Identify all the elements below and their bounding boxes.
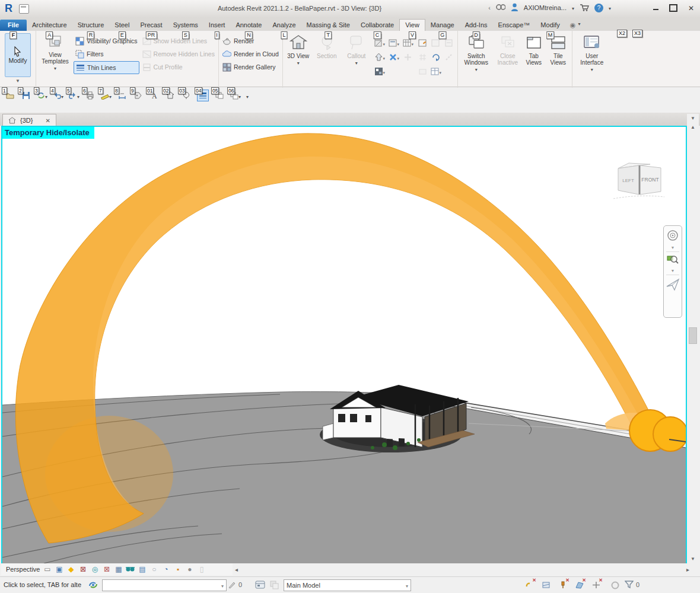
render-in-cloud-button[interactable]: Render in Cloud — [221, 48, 281, 60]
visual-style-icon[interactable]: ◆ — [66, 565, 75, 574]
tab-steel[interactable]: SteelE — [109, 20, 135, 31]
hscroll-left-arrow[interactable]: ◂ — [235, 566, 238, 573]
account-name[interactable]: AXIOMtreina... — [524, 4, 567, 11]
select-by-face-toggle[interactable]: ✕ — [574, 580, 584, 590]
view-templates-button[interactable]: View Templates — [38, 33, 72, 72]
detail-level-icon[interactable]: ▣ — [55, 565, 63, 574]
drag-on-selection-toggle[interactable]: ✕ — [591, 580, 601, 590]
qat-aligned-dimension-button[interactable]: 8 — [117, 90, 128, 101]
ribbon-options-icon[interactable]: ◉ — [570, 21, 576, 29]
tab-add-ins[interactable]: Add-InsD — [460, 20, 493, 31]
qat-switch-windows-button[interactable]: 06 — [230, 90, 241, 101]
maximize-button[interactable] — [669, 4, 677, 12]
tab-file[interactable]: FileF — [0, 20, 27, 31]
3d-view-button[interactable]: 3D View — [285, 33, 312, 66]
tab-enscape[interactable]: Enscape™ — [493, 20, 536, 31]
tab-manage[interactable]: ManageG — [425, 20, 460, 31]
vscroll-up-arrow[interactable]: ▲ — [691, 123, 695, 132]
help-caret-icon[interactable] — [609, 4, 611, 11]
tab-architecture[interactable]: ArchitectureA — [27, 20, 72, 31]
vertical-scrollbar[interactable]: ▼ ▲ ▼ — [687, 114, 699, 563]
qat-redo-button[interactable]: 5 — [69, 90, 79, 101]
cart-icon[interactable] — [580, 4, 589, 12]
show-rendering-dialog-icon[interactable]: ⊠ — [102, 565, 111, 574]
save-orientation-icon[interactable]: ▤ — [138, 565, 147, 574]
visibility-graphics-button[interactable]: Visibility/ Graphics — [74, 35, 139, 47]
qat-thin-lines-button[interactable]: 04 — [197, 90, 209, 101]
steering-wheel-caret-icon[interactable]: ▼ — [671, 246, 675, 250]
ribbon-options-caret-icon[interactable] — [578, 17, 580, 28]
legends-button[interactable] — [374, 66, 386, 76]
design-option-select[interactable]: Main Model — [284, 579, 411, 591]
account-caret-icon[interactable] — [572, 4, 574, 11]
viewcube[interactable]: LEFT FRONT — [612, 158, 666, 205]
zoom-region-icon[interactable] — [667, 254, 679, 267]
qat-3d-view-button[interactable]: 02 — [165, 90, 176, 101]
search-icon[interactable] — [496, 4, 505, 12]
3d-scene-canvas[interactable] — [2, 127, 686, 563]
editable-only-icon[interactable] — [228, 581, 236, 590]
select-links-toggle[interactable]: ✕ — [524, 580, 534, 590]
help-icon[interactable]: ? — [594, 4, 603, 12]
qat-close-hidden-button[interactable]: 05 — [214, 90, 225, 101]
tab-insert[interactable]: InsertI — [203, 20, 231, 31]
tab-massing-site[interactable]: Massing & SiteT — [301, 20, 355, 31]
viewports-button[interactable] — [431, 53, 440, 62]
tab-analyze[interactable]: AnalyzeL — [267, 20, 301, 31]
qat-save-button[interactable]: 2 — [21, 90, 31, 101]
tab-annotate[interactable]: AnnotateN — [230, 20, 267, 31]
worksharing-display-icon[interactable]: ▪ — [173, 565, 182, 574]
tab-systems[interactable]: SystemsS — [168, 20, 203, 31]
select-underlay-toggle[interactable] — [541, 580, 551, 590]
drawing-area[interactable]: Temporary Hide/Isolate LEFT FRONT ▼ — [1, 126, 687, 565]
active-workset-select[interactable] — [102, 579, 227, 591]
scale-icon[interactable]: ▭ — [43, 565, 52, 574]
zoom-caret-icon[interactable]: ▼ — [671, 269, 675, 273]
reveal-hidden-elements-icon[interactable]: ○ — [149, 565, 158, 574]
view-tab-close-icon[interactable]: ✕ — [45, 117, 50, 124]
filters-button[interactable]: Filters — [74, 48, 139, 60]
minimize-button[interactable] — [653, 9, 658, 10]
worksets-dialog-icon[interactable] — [255, 580, 265, 591]
render-gallery-button[interactable]: Render Gallery — [221, 61, 281, 73]
close-button[interactable]: ✕ — [688, 4, 694, 12]
view-tab-3d[interactable]: {3D} ✕ — [2, 114, 56, 126]
vscroll-down-arrow[interactable]: ▼ — [691, 554, 695, 563]
tab-structure[interactable]: StructureR — [72, 20, 110, 31]
panel-select-caret-icon[interactable]: ▼ — [4, 78, 31, 84]
select-pinned-toggle[interactable]: ✕ — [558, 580, 568, 590]
temporary-hide-isolate-icon[interactable] — [126, 565, 135, 574]
elevation-button[interactable] — [374, 52, 386, 62]
qat-section-button[interactable]: 03 — [181, 90, 192, 101]
displacement-icon[interactable]: ● — [185, 565, 194, 574]
new-sheet-button[interactable] — [418, 39, 427, 47]
drafting-view-button[interactable] — [389, 37, 400, 48]
schedule-table-button[interactable] — [431, 66, 442, 76]
qat-open-button[interactable]: 1 — [5, 90, 15, 101]
qat-text-button[interactable]: A01 — [149, 90, 160, 101]
worksharing-status-icon[interactable] — [88, 580, 98, 591]
duplicate-view-button[interactable] — [389, 52, 400, 62]
user-interface-button[interactable]: User Interface — [574, 33, 610, 73]
selection-filter-icon[interactable] — [624, 579, 634, 589]
qat-tag-button[interactable]: 9 — [133, 90, 144, 101]
vscroll-thumb[interactable] — [689, 327, 697, 344]
enscape-plane-icon[interactable] — [666, 277, 680, 295]
tab-views-button[interactable]: Tab Views — [523, 33, 545, 66]
user-avatar-icon[interactable] — [511, 3, 518, 12]
hscroll-right-arrow[interactable]: ▸ — [686, 566, 689, 573]
modify-button[interactable]: Modify — [5, 33, 31, 77]
shadows-icon[interactable]: ◎ — [90, 565, 99, 574]
temporary-view-properties-icon[interactable]: ◔ — [161, 565, 170, 574]
qat-measure-button[interactable]: 7 — [101, 90, 112, 101]
qat-undo-button[interactable]: 4 — [53, 90, 63, 101]
tab-view[interactable]: ViewV — [399, 19, 425, 31]
editing-requests-icon[interactable] — [610, 580, 620, 590]
thin-lines-button[interactable]: Thin Lines — [74, 61, 139, 74]
steering-wheel-icon[interactable] — [667, 229, 679, 244]
collapse-left-icon[interactable]: ‹ — [488, 4, 491, 11]
scroll-options-icon[interactable]: ▼ — [691, 114, 695, 123]
design-options-dialog-icon[interactable] — [269, 580, 279, 591]
switch-windows-button[interactable]: Switch Windows — [460, 33, 493, 73]
crop-view-icon[interactable]: ▦ — [114, 565, 123, 574]
